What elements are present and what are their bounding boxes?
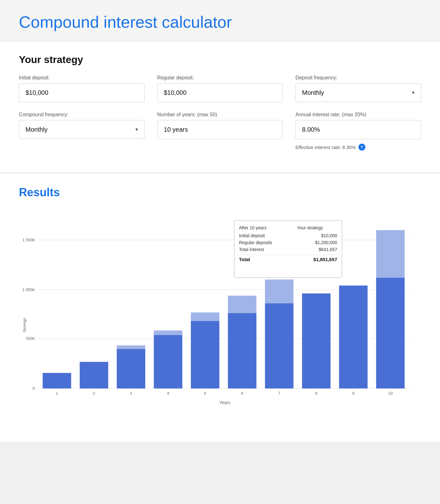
initial-deposit-input[interactable] (19, 83, 145, 102)
deposit-frequency-select-wrapper: Monthly Daily Weekly Quarterly Annually … (295, 83, 421, 102)
strategy-section: Your strategy Initial deposit: Regular d… (0, 41, 440, 173)
bar-year-3-main (117, 349, 145, 389)
bar-year-4-extra (154, 330, 182, 335)
form-row-2: Compound frequency: Monthly Daily Weekly… (19, 112, 421, 151)
tooltip-total-label: Total (239, 257, 250, 262)
bar-year-3-extra (117, 345, 145, 349)
initial-deposit-label: Initial deposit: (19, 75, 145, 81)
bar-year-9-main (339, 285, 368, 388)
deposit-frequency-group: Deposit frequency: Monthly Daily Weekly … (295, 75, 421, 102)
bar-year-8-main (302, 294, 330, 389)
svg-text:5: 5 (204, 391, 206, 396)
svg-text:1 500k: 1 500k (22, 238, 35, 242)
interest-rate-group: Annual interest rate: (max 20%) Effectiv… (295, 112, 421, 151)
bar-year-4-main (154, 335, 182, 388)
bar-year-10-main (376, 278, 404, 388)
regular-deposit-label: Regular deposit: (157, 75, 283, 81)
tooltip-interest-label: Total interest (239, 247, 264, 252)
page-title: Compound interest calculator (19, 13, 421, 32)
effective-rate-text: Effective interest rate: 8.30% (295, 145, 356, 150)
compound-frequency-group: Compound frequency: Monthly Daily Weekly… (19, 112, 145, 151)
compound-frequency-select[interactable]: Monthly Daily Weekly Quarterly Annually (19, 120, 145, 139)
results-section: Results Savings 0 500k 1 000k 1 500k (0, 173, 440, 442)
regular-deposit-input[interactable] (157, 83, 283, 102)
tooltip-regular-value: $1,200,000 (315, 240, 337, 245)
svg-text:3: 3 (130, 391, 132, 396)
svg-text:7: 7 (278, 391, 280, 396)
bar-year-5-main (191, 321, 219, 388)
interest-rate-label: Annual interest rate: (max 20%) (295, 112, 421, 117)
interest-rate-input[interactable] (295, 120, 421, 139)
tooltip-header-label: After 10 years (239, 225, 267, 230)
tooltip-regular-label: Regular deposits (239, 240, 272, 245)
svg-text:6: 6 (241, 391, 243, 396)
bar-year-6-main (228, 313, 256, 388)
y-axis-label: Savings (22, 318, 27, 332)
svg-text:1: 1 (56, 391, 58, 396)
strategy-title: Your strategy (19, 54, 421, 66)
svg-text:4: 4 (167, 391, 169, 396)
tooltip-interest-value: $641,657 (319, 247, 337, 252)
bar-year-6-extra (228, 296, 256, 313)
chart-container: Savings 0 500k 1 000k 1 500k (19, 209, 421, 429)
compound-frequency-label: Compound frequency: (19, 112, 145, 117)
deposit-frequency-label: Deposit frequency: (295, 75, 421, 81)
results-title: Results (19, 186, 421, 199)
svg-text:1 000k: 1 000k (22, 287, 35, 292)
bar-year-1-main (43, 373, 71, 388)
form-row-1: Initial deposit: Regular deposit: Deposi… (19, 75, 421, 102)
svg-text:10: 10 (388, 391, 393, 396)
header-section: Compound interest calculator (0, 0, 440, 41)
effective-rate-row: Effective interest rate: 8.30% ? (295, 144, 421, 151)
page-wrapper: Compound interest calculator Your strate… (0, 0, 440, 442)
svg-text:500k: 500k (26, 336, 35, 341)
svg-text:2: 2 (93, 391, 95, 396)
bar-year-7-extra (265, 279, 293, 303)
regular-deposit-group: Regular deposit: (157, 75, 283, 102)
svg-text:0: 0 (32, 386, 35, 391)
years-label: Number of years: (max 50) (157, 112, 283, 117)
help-icon[interactable]: ? (358, 144, 365, 151)
bar-year-2-main (80, 362, 108, 388)
bar-year-5-extra (191, 312, 219, 321)
bar-year-7-main (265, 303, 293, 388)
bar-year-10-extra (376, 230, 404, 278)
compound-frequency-select-wrapper: Monthly Daily Weekly Quarterly Annually … (19, 120, 145, 139)
years-input[interactable] (157, 120, 283, 139)
tooltip-total-value: $1,851,657 (313, 257, 337, 262)
years-group: Number of years: (max 50) (157, 112, 283, 151)
deposit-frequency-select[interactable]: Monthly Daily Weekly Quarterly Annually (295, 83, 421, 102)
svg-text:9: 9 (352, 391, 354, 396)
tooltip-initial-label: Initial deposit (239, 233, 265, 238)
tooltip-header-value: Your strategy (297, 225, 323, 230)
svg-text:Years: Years (219, 400, 230, 405)
svg-text:8: 8 (315, 391, 317, 396)
chart-svg: Savings 0 500k 1 000k 1 500k (19, 209, 421, 429)
initial-deposit-group: Initial deposit: (19, 75, 145, 102)
tooltip-initial-value: $10,000 (321, 233, 337, 238)
